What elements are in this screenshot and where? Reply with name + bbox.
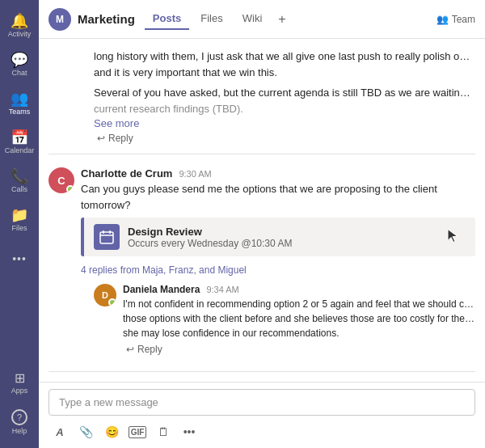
partial-message-text4: current research findings (TBD). xyxy=(94,101,475,117)
gif-icon: GIF xyxy=(129,426,147,438)
teams-icon: 👥 xyxy=(11,91,28,106)
sidebar-item-calendar-label: Calendar xyxy=(5,146,35,154)
time-daniela: 9:34 AM xyxy=(206,285,238,294)
author-daniela: Daniela Mandera xyxy=(123,284,200,295)
partial-message-text3: Several of you have asked, but the curre… xyxy=(94,85,475,101)
time-charlotte: 9:30 AM xyxy=(179,169,211,179)
event-title: Design Review xyxy=(128,226,292,238)
message-body-charlotte: Charlotte de Crum 9:30 AM Can you guys p… xyxy=(81,167,475,358)
emoji-icon: 😊 xyxy=(105,425,119,438)
partial-message-text2: and it is very important that we win thi… xyxy=(94,65,475,81)
cursor-indicator xyxy=(446,228,459,247)
attach-button[interactable]: 📎 xyxy=(74,421,97,443)
online-indicator xyxy=(66,185,74,193)
divider-2 xyxy=(48,371,475,372)
messages-area: long history with them, I just ask that … xyxy=(39,39,485,382)
replies-summary-charlotte[interactable]: 4 replies from Maja, Franz, and Miguel xyxy=(81,261,475,281)
gif-button[interactable]: GIF xyxy=(126,421,149,443)
message-header-daniela: Daniela Mandera 9:34 AM xyxy=(123,284,475,295)
more-toolbar-icon: ••• xyxy=(183,425,196,438)
files-icon: 📁 xyxy=(11,208,28,222)
sidebar-item-apps-label: Apps xyxy=(11,387,28,395)
cursor-icon xyxy=(446,228,459,244)
sidebar-item-more[interactable]: ••• xyxy=(3,239,36,278)
tab-posts[interactable]: Posts xyxy=(145,9,189,30)
sidebar-item-help-label: Help xyxy=(12,427,27,435)
channel-name: Marketing xyxy=(78,12,135,26)
replies-count-charlotte: 4 replies from Maja, Franz, and Miguel xyxy=(81,264,247,276)
sidebar-item-calls[interactable]: 📞 Calls xyxy=(3,162,36,201)
sidebar-item-files-label: Files xyxy=(11,224,27,232)
event-card-icon xyxy=(94,224,120,250)
sidebar-item-chat[interactable]: 💬 Chat xyxy=(3,45,36,84)
main-content: M Marketing Posts Files Wiki + 👥 Team lo… xyxy=(39,0,485,448)
message-header-charlotte: Charlotte de Crum 9:30 AM xyxy=(81,167,475,180)
message-body-daniela: Daniela Mandera 9:34 AM I'm not confiden… xyxy=(123,284,475,355)
sidebar-item-teams-label: Teams xyxy=(9,108,31,116)
text-daniela: I'm not confident in recommending option… xyxy=(123,297,475,311)
reply-button-daniela[interactable]: ↩ Reply xyxy=(126,344,162,355)
add-tab-button[interactable]: + xyxy=(273,9,290,30)
calendar-icon: 📅 xyxy=(11,130,28,145)
activity-icon: 🔔 xyxy=(11,14,28,28)
partial-reply-button[interactable]: ↩ Reply xyxy=(97,133,133,144)
calendar-check-icon xyxy=(99,230,114,244)
tab-wiki[interactable]: Wiki xyxy=(234,9,271,30)
svg-marker-4 xyxy=(448,230,458,243)
chat-icon: 💬 xyxy=(11,53,28,67)
partial-message-thread: long history with them, I just ask that … xyxy=(39,45,485,147)
divider-1 xyxy=(48,154,475,154)
channel-icon: M xyxy=(48,8,71,31)
reply-icon: ↩ xyxy=(97,133,105,144)
team-icon: 👥 xyxy=(436,14,449,25)
sidebar: 🔔 Activity 💬 Chat 👥 Teams 📅 Calendar 📞 C… xyxy=(0,0,39,448)
message-toolbar: A 📎 😊 GIF 🗒 ••• xyxy=(48,416,475,445)
event-card-text: Design Review Occurs every Wednesday @10… xyxy=(128,226,292,249)
header-tabs: Posts Files Wiki + xyxy=(145,9,291,30)
message-input-area: Type a new message A 📎 😊 GIF 🗒 ••• xyxy=(39,382,485,448)
sticker-icon: 🗒 xyxy=(158,425,169,438)
sidebar-item-activity-label: Activity xyxy=(8,30,32,38)
help-icon: ? xyxy=(11,409,27,425)
sidebar-item-files[interactable]: 📁 Files xyxy=(3,201,36,239)
online-indicator-daniela xyxy=(108,298,116,306)
reply-icon-daniela: ↩ xyxy=(126,344,134,355)
event-subtitle: Occurs every Wednesday @10:30 AM xyxy=(128,238,292,249)
more-icon: ••• xyxy=(12,253,27,264)
attach-icon: 📎 xyxy=(79,425,93,438)
format-icon: A xyxy=(56,426,63,438)
message-input-box[interactable]: Type a new message xyxy=(48,389,475,416)
more-toolbar-button[interactable]: ••• xyxy=(178,421,200,443)
reply-daniela: D Daniela Mandera 9:34 AM I'm not confid… xyxy=(81,281,475,358)
sidebar-item-apps[interactable]: ⊞ Apps xyxy=(3,364,36,403)
emoji-button[interactable]: 😊 xyxy=(100,421,123,443)
event-card-design-review[interactable]: Design Review Occurs every Wednesday @10… xyxy=(81,218,475,256)
avatar-charlotte: C xyxy=(48,167,74,193)
text-charlotte: Can you guys please send me the options … xyxy=(81,181,475,213)
sidebar-item-teams[interactable]: 👥 Teams xyxy=(3,84,36,123)
author-charlotte: Charlotte de Crum xyxy=(81,167,172,180)
team-button[interactable]: 👥 Team xyxy=(436,14,475,25)
sidebar-item-calls-label: Calls xyxy=(11,185,27,193)
see-more-link[interactable]: See more xyxy=(94,117,139,129)
sidebar-item-calendar[interactable]: 📅 Calendar xyxy=(3,123,36,162)
apps-icon: ⊞ xyxy=(15,372,25,385)
svg-rect-0 xyxy=(100,232,113,243)
team-label: Team xyxy=(452,14,475,25)
sidebar-item-help[interactable]: ? Help xyxy=(3,403,36,442)
sticker-button[interactable]: 🗒 xyxy=(152,421,175,443)
sidebar-item-activity[interactable]: 🔔 Activity xyxy=(3,6,36,45)
tab-files[interactable]: Files xyxy=(192,9,230,30)
text-daniela2: those options with the client before and… xyxy=(123,311,475,326)
calls-icon: 📞 xyxy=(11,169,28,184)
text-daniela3: she may lose confidence in our recommend… xyxy=(123,326,475,340)
partial-message-text1: long history with them, I just ask that … xyxy=(94,49,475,65)
header: M Marketing Posts Files Wiki + 👥 Team xyxy=(39,0,485,39)
format-button[interactable]: A xyxy=(48,421,71,443)
message-row-charlotte: C Charlotte de Crum 9:30 AM Can you guys… xyxy=(39,161,485,365)
sidebar-item-chat-label: Chat xyxy=(11,69,27,77)
avatar-daniela: D xyxy=(94,284,116,306)
